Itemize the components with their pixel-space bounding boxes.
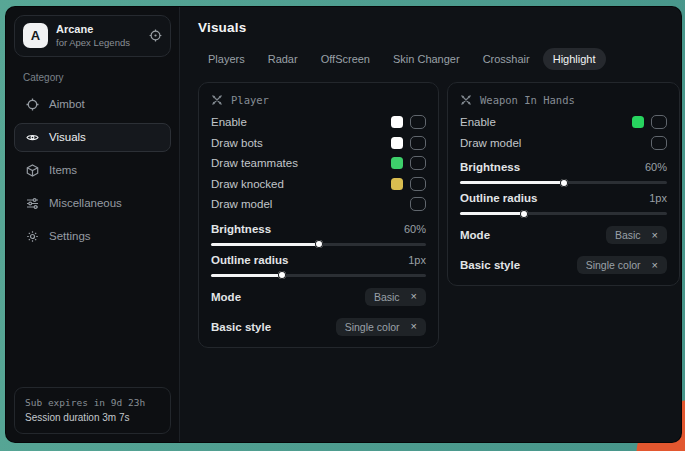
sub-expires-text: Sub expires in 9d 23h — [25, 396, 160, 410]
sliders-icon — [26, 197, 39, 210]
crossed-swords-icon — [211, 94, 223, 106]
slider-label: Brightness — [460, 161, 520, 173]
slider-value: 1px — [408, 254, 426, 266]
outline-radius-slider-block: Outline radius 1px — [211, 254, 426, 277]
color-swatch[interactable] — [391, 178, 403, 190]
checkbox[interactable] — [651, 115, 667, 129]
basic-style-tag[interactable]: Single color × — [577, 256, 667, 274]
gear-icon — [26, 230, 39, 243]
color-swatch[interactable] — [632, 116, 644, 128]
mode-tag[interactable]: Basic × — [365, 288, 426, 306]
weapon-in-hands-panel: Weapon In Hands Enable Draw model — [447, 82, 680, 286]
color-swatch[interactable] — [391, 157, 403, 169]
tab-offscreen[interactable]: OffScreen — [311, 48, 380, 70]
slider-track[interactable] — [211, 274, 426, 277]
toggle-row-draw-model: Draw model — [460, 133, 667, 154]
checkbox[interactable] — [651, 136, 667, 150]
subscription-info: Sub expires in 9d 23h Session duration 3… — [14, 387, 171, 434]
close-icon[interactable]: × — [411, 291, 417, 302]
panel-title: Player — [231, 94, 269, 106]
tag-label: Basic style — [460, 259, 520, 271]
sidebar: A Arcane for Apex Legends Category — [6, 7, 180, 442]
slider-thumb[interactable] — [315, 240, 323, 248]
toggle-label: Enable — [460, 116, 496, 128]
mode-row: Mode Basic × — [211, 287, 426, 307]
page-title: Visuals — [198, 20, 680, 35]
mode-tag[interactable]: Basic × — [606, 226, 667, 244]
brightness-slider-block: Brightness 60% — [460, 161, 667, 184]
tag-label: Mode — [460, 229, 490, 241]
tab-crosshair[interactable]: Crosshair — [473, 48, 540, 70]
checkbox[interactable] — [410, 197, 426, 211]
slider-value: 1px — [649, 192, 667, 204]
toggle-row-draw-knocked: Draw knocked — [211, 174, 426, 195]
toggle-row-enable: Enable — [211, 112, 426, 133]
tab-highlight[interactable]: Highlight — [543, 48, 606, 70]
checkbox[interactable] — [410, 156, 426, 170]
toggle-label: Draw bots — [211, 137, 263, 149]
slider-track[interactable] — [211, 243, 426, 246]
toggle-label: Draw knocked — [211, 178, 284, 190]
sidebar-item-label: Settings — [49, 230, 91, 242]
main-area: Visuals Players Radar OffScreen Skin Cha… — [180, 7, 682, 442]
checkbox[interactable] — [410, 177, 426, 191]
tag-label: Mode — [211, 291, 241, 303]
app-window: A Arcane for Apex Legends Category — [5, 6, 682, 443]
close-icon[interactable]: × — [652, 260, 658, 271]
close-icon[interactable]: × — [411, 321, 417, 332]
tab-skin-changer[interactable]: Skin Changer — [383, 48, 470, 70]
checkbox[interactable] — [410, 136, 426, 150]
toggle-row-enable: Enable — [460, 112, 667, 133]
toggle-label: Draw model — [211, 198, 272, 210]
basic-style-row: Basic style Single color × — [460, 255, 667, 275]
basic-style-tag[interactable]: Single color × — [336, 318, 426, 336]
slider-thumb[interactable] — [278, 271, 286, 279]
outline-radius-slider-block: Outline radius 1px — [460, 192, 667, 215]
slider-value: 60% — [645, 161, 667, 173]
checkbox[interactable] — [410, 115, 426, 129]
target-icon[interactable] — [149, 29, 162, 42]
color-swatch[interactable] — [391, 116, 403, 128]
sidebar-item-miscellaneous[interactable]: Miscellaneous — [14, 189, 171, 218]
slider-label: Brightness — [211, 223, 271, 235]
crossed-swords-icon — [460, 94, 472, 106]
slider-track[interactable] — [460, 212, 667, 215]
session-duration-text: Session duration 3m 7s — [25, 410, 160, 425]
tab-radar[interactable]: Radar — [258, 48, 308, 70]
brightness-slider-block: Brightness 60% — [211, 223, 426, 246]
slider-track[interactable] — [460, 181, 667, 184]
slider-thumb[interactable] — [560, 179, 568, 187]
app-logo: A — [23, 23, 48, 48]
sidebar-item-items[interactable]: Items — [14, 156, 171, 185]
toggle-row-draw-bots: Draw bots — [211, 133, 426, 154]
slider-label: Outline radius — [211, 254, 288, 266]
app-subtitle: for Apex Legends — [56, 37, 130, 49]
color-swatch[interactable] — [391, 137, 403, 149]
slider-thumb[interactable] — [520, 210, 528, 218]
tab-bar: Players Radar OffScreen Skin Changer Cro… — [198, 48, 680, 70]
toggle-row-draw-teammates: Draw teammates — [211, 153, 426, 174]
sidebar-item-aimbot[interactable]: Aimbot — [14, 90, 171, 119]
toggle-label: Enable — [211, 116, 247, 128]
sidebar-item-settings[interactable]: Settings — [14, 222, 171, 251]
sidebar-item-label: Aimbot — [49, 98, 85, 110]
basic-style-row: Basic style Single color × — [211, 317, 426, 337]
sidebar-item-label: Items — [49, 164, 77, 176]
tab-players[interactable]: Players — [198, 48, 255, 70]
sidebar-item-label: Visuals — [49, 131, 86, 143]
slider-value: 60% — [404, 223, 426, 235]
toggle-label: Draw teammates — [211, 157, 298, 169]
app-name: Arcane — [56, 23, 130, 37]
close-icon[interactable]: × — [652, 230, 658, 241]
tag-label: Basic style — [211, 321, 271, 333]
crosshair-icon — [26, 98, 39, 111]
sidebar-header: A Arcane for Apex Legends — [14, 15, 171, 57]
player-panel: Player Enable Draw bots — [198, 82, 439, 348]
slider-label: Outline radius — [460, 192, 537, 204]
category-label: Category — [23, 72, 163, 83]
panel-title: Weapon In Hands — [480, 94, 575, 106]
sidebar-item-label: Miscellaneous — [49, 197, 122, 209]
sidebar-item-visuals[interactable]: Visuals — [14, 123, 171, 152]
eye-icon — [26, 131, 39, 144]
mode-row: Mode Basic × — [460, 225, 667, 245]
